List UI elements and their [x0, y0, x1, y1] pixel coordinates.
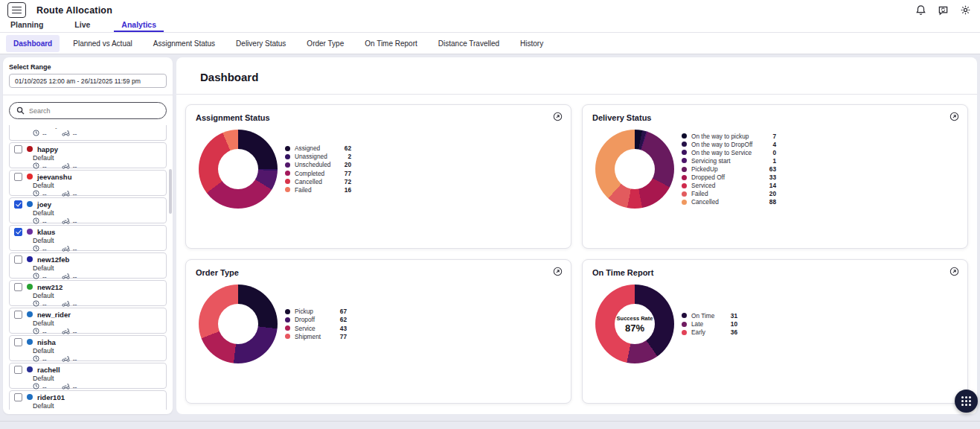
- time-value: --: [42, 246, 47, 253]
- rider-color-dot: [27, 146, 33, 152]
- subtab-dashboard[interactable]: Dashboard: [6, 35, 60, 52]
- legend-label: Serviced: [691, 182, 760, 189]
- legend-label: On the way to DropOff: [691, 141, 760, 148]
- subtab-assignment-status[interactable]: Assignment Status: [146, 35, 222, 52]
- rider-checkbox[interactable]: [14, 228, 22, 236]
- sidebar-scrollbar[interactable]: [169, 169, 172, 214]
- legend-dot: [682, 191, 687, 197]
- rider-row[interactable]: new_rider Default -- --: [9, 308, 167, 334]
- rider-checkbox[interactable]: [14, 200, 22, 209]
- scooter-icon: [62, 328, 70, 336]
- expand-icon[interactable]: [553, 267, 563, 276]
- delivery-status-card: Delivery Status On the way to pickup7On …: [582, 104, 968, 249]
- expand-icon[interactable]: [553, 112, 563, 121]
- apps-grid-fab-button[interactable]: [955, 390, 978, 413]
- subtab-history[interactable]: History: [513, 35, 551, 52]
- assignment-status-donut: [199, 130, 278, 209]
- rider-row[interactable]: rider101 Default -- --: [9, 390, 167, 410]
- card-body: Success Rate 87% On Time31Late10Early36: [592, 285, 958, 363]
- legend-label: Unassigned: [295, 153, 335, 160]
- settings-gear-icon[interactable]: [960, 4, 971, 16]
- subtab-order-type[interactable]: Order Type: [299, 35, 351, 52]
- legend-value: 20: [339, 161, 351, 168]
- rider-row[interactable]: happy Default -- --: [9, 142, 167, 168]
- legend-item: Cancelled88: [682, 199, 776, 206]
- subtab-on-time-report[interactable]: On Time Report: [357, 35, 425, 52]
- bell-icon[interactable]: [915, 4, 926, 16]
- cards-grid: Assignment Status Assigned62Unassigned2U…: [184, 104, 970, 404]
- legend-value: 62: [335, 316, 347, 323]
- legend-item: Completed77: [285, 170, 351, 177]
- legend-item: On Time31: [682, 312, 737, 320]
- time-value: --: [42, 301, 47, 308]
- legend-value: 4: [764, 141, 776, 148]
- rider-list: - -- -: [9, 125, 167, 410]
- rider-row[interactable]: rachell Default -- --: [9, 363, 167, 389]
- rider-checkbox[interactable]: [14, 145, 22, 153]
- legend-item: Failed20: [682, 190, 776, 197]
- expand-icon[interactable]: [949, 112, 959, 121]
- rider-row-partial[interactable]: - -- -: [9, 125, 167, 141]
- legend-item: On the way to Service0: [682, 149, 776, 156]
- success-rate-label: Success Rate 87%: [595, 285, 674, 363]
- rider-color-dot: [27, 284, 33, 290]
- clock-icon: [33, 355, 39, 363]
- tab-analytics[interactable]: Analytics: [118, 20, 159, 32]
- rider-checkbox[interactable]: [14, 311, 22, 319]
- legend-label: Dropped Off: [691, 174, 760, 181]
- rider-group: Default: [33, 209, 161, 217]
- rider-checkbox[interactable]: [14, 366, 22, 374]
- hamburger-menu-button[interactable]: [7, 2, 26, 18]
- legend-label: Early: [691, 328, 721, 336]
- legend-value: 31: [726, 312, 737, 320]
- clock-icon: [33, 162, 39, 171]
- subtab-delivery-status[interactable]: Delivery Status: [228, 35, 293, 52]
- top-bar: Route Allocation: [0, 0, 980, 20]
- subtab-planned-vs-actual[interactable]: Planned vs Actual: [65, 35, 140, 52]
- rider-row[interactable]: new212 Default -- --: [9, 280, 167, 306]
- search-input[interactable]: [29, 107, 159, 115]
- dashboard-panel: Dashboard Assignment Status Assigned62Un…: [176, 57, 977, 414]
- tab-live[interactable]: Live: [71, 20, 93, 32]
- rider-group: Default: [33, 292, 161, 299]
- distance-value: --: [73, 328, 77, 336]
- card-body: On the way to pickup7On the way to DropO…: [592, 130, 958, 209]
- rider-row[interactable]: klaus Default -- --: [9, 225, 167, 251]
- rider-checkbox[interactable]: [14, 255, 22, 264]
- legend-label: Cancelled: [295, 178, 335, 185]
- legend-label: On the way to Service: [691, 149, 760, 156]
- subtab-distance-travelled[interactable]: Distance Travelled: [431, 35, 507, 52]
- legend-dot: [285, 334, 290, 339]
- rider-checkbox[interactable]: [14, 393, 22, 401]
- search-box[interactable]: [9, 102, 167, 119]
- legend-value: 72: [339, 178, 351, 185]
- rider-row[interactable]: nisha Default -- --: [9, 335, 167, 361]
- rider-row[interactable]: jeevanshu Default -- --: [9, 170, 167, 196]
- rider-name: new_rider: [37, 311, 71, 319]
- rider-row[interactable]: joey Default -- --: [9, 197, 167, 223]
- rider-row[interactable]: new12feb Default -- --: [9, 252, 167, 279]
- legend-item: Serviced14: [682, 182, 776, 189]
- legend-item: Servicing start1: [682, 157, 776, 165]
- legend-value: 1: [764, 157, 776, 165]
- rider-checkbox[interactable]: [14, 283, 22, 291]
- rider-checkbox[interactable]: [14, 173, 22, 181]
- tab-planning[interactable]: Planning: [7, 20, 46, 32]
- legend: Pickup67Dropoff62Service43Shipment77: [285, 308, 347, 340]
- clock-icon: [33, 217, 39, 226]
- rider-name: new12feb: [37, 255, 69, 264]
- card-title: Assignment Status: [196, 113, 561, 122]
- legend-item: On the way to pickup7: [682, 133, 776, 140]
- primary-tabs: Planning Live Analytics: [0, 20, 980, 32]
- clock-icon: [33, 190, 39, 198]
- legend-item: Unscheduled20: [285, 162, 351, 169]
- legend-dot: [285, 179, 290, 184]
- scooter-icon: [62, 190, 70, 198]
- legend-label: Completed: [295, 170, 335, 177]
- clock-icon: [33, 245, 39, 253]
- date-range-input[interactable]: [9, 74, 167, 88]
- expand-icon[interactable]: [949, 267, 959, 276]
- time-value: --: [42, 384, 47, 391]
- feedback-icon[interactable]: [938, 4, 949, 16]
- rider-checkbox[interactable]: [14, 338, 22, 346]
